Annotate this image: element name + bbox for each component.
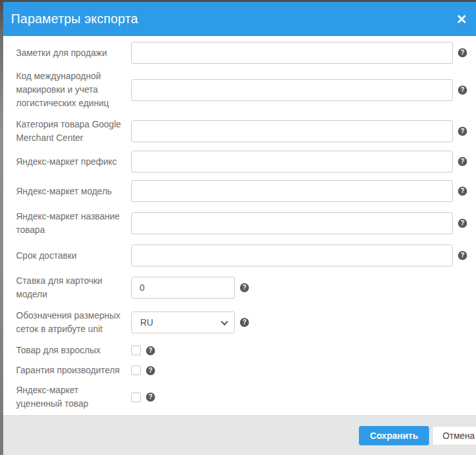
help-icon[interactable]: ? [458,251,467,260]
modal-header: Параметры экспорта ✕ [3,2,476,36]
help-icon[interactable]: ? [458,127,467,136]
modal-title: Параметры экспорта [11,12,138,26]
form-row: Яндекс-маркет название товара ? [16,210,476,237]
form-row: Товар для взрослых ? [16,344,476,357]
manufacturer-warranty-checkbox[interactable] [131,366,141,375]
help-icon[interactable]: ? [458,187,467,196]
yandex-market-discounted-label: Яндекс-маркет уцененный товар [16,384,131,411]
close-icon[interactable]: ✕ [455,12,468,27]
adult-product-checkbox[interactable] [131,346,141,355]
help-icon[interactable]: ? [146,346,155,355]
international-marking-code-input[interactable] [131,79,453,101]
size-grid-unit-label: Обозначения размерных сеток в атрибуте u… [16,309,131,336]
yandex-market-model-input[interactable] [131,180,453,202]
form-row: Заметки для продажи ? [16,42,476,64]
help-icon[interactable]: ? [146,393,155,402]
international-marking-code-label: Код международной маркировки и учета лог… [16,70,131,110]
adult-product-label: Товар для взрослых [16,344,131,357]
save-button[interactable]: Сохранить [359,426,429,445]
yandex-market-prefix-label: Яндекс-маркет префикс [16,155,131,169]
cancel-button[interactable]: Отмена [432,426,476,445]
sales-notes-input[interactable] [131,42,453,64]
model-card-bid-label: Ставка для карточки модели [16,274,131,301]
manufacturer-warranty-label: Гарантия производителя [16,364,131,377]
help-icon[interactable]: ? [458,48,467,57]
modal-body: Заметки для продажи ? Код международной … [3,36,476,415]
delivery-time-input[interactable] [131,245,453,266]
form-row: Гарантия производителя ? [16,364,476,377]
form-row: Обозначения размерных сеток в атрибуте u… [16,309,476,336]
yandex-market-discounted-checkbox[interactable] [131,393,141,402]
google-merchant-category-label: Категория товара Google Merchant Center [16,118,131,145]
size-grid-unit-select[interactable]: RU [131,311,235,333]
sales-notes-label: Заметки для продажи [16,46,131,60]
help-icon[interactable]: ? [458,219,467,228]
form-row: Яндекс-маркет модель ? [16,180,476,202]
yandex-market-product-name-input[interactable] [131,212,453,234]
yandex-market-product-name-label: Яндекс-маркет название товара [16,210,131,237]
help-icon[interactable]: ? [458,86,467,95]
modal-footer: Сохранить Отмена [3,415,476,455]
google-merchant-category-input[interactable] [131,120,453,142]
help-icon[interactable]: ? [458,157,467,166]
yandex-market-prefix-input[interactable] [131,151,453,172]
help-icon[interactable]: ? [146,366,155,375]
form-row: Ставка для карточки модели ? [16,274,476,301]
form-row: Яндекс-маркет префикс ? [16,151,476,172]
yandex-market-model-label: Яндекс-маркет модель [16,185,131,198]
form-row: Срок доставки ? [16,245,476,266]
form-row: Код международной маркировки и учета лог… [16,70,476,110]
help-icon[interactable]: ? [240,283,249,292]
form-row: Яндекс-маркет уцененный товар ? [16,384,476,411]
form-row: Категория товара Google Merchant Center … [16,118,476,145]
delivery-time-label: Срок доставки [16,249,131,263]
help-icon[interactable]: ? [240,318,249,327]
export-parameters-modal: Параметры экспорта ✕ Заметки для продажи… [3,2,476,455]
model-card-bid-input[interactable] [131,277,235,299]
